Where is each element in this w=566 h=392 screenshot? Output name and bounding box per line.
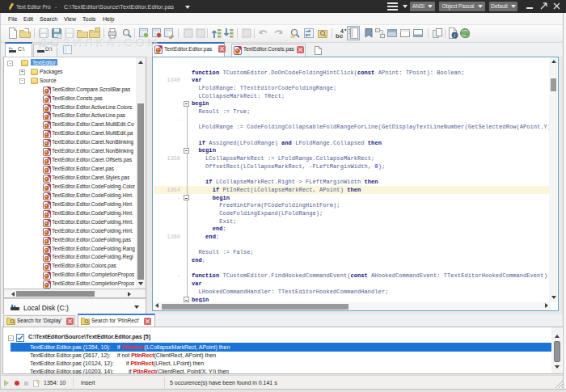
svg-text:i: i (454, 32, 455, 38)
svg-text:4: 4 (340, 28, 344, 34)
